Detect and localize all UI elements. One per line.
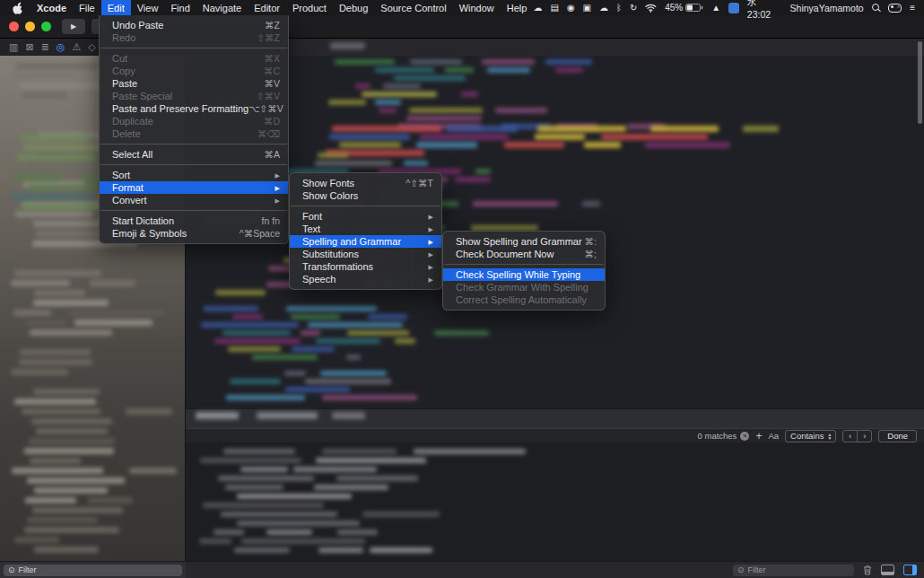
cloud-download-icon[interactable]: ☁: [599, 4, 608, 13]
menu-item[interactable]: Speech ▶: [290, 273, 441, 285]
menubar-status-area: ☁ ▤ ◉ ▣ ☁ ᛒ ↻ 45% ▲ 水 23:02 ShinyaYamamo…: [533, 0, 924, 20]
menu-item[interactable]: Show Colors: [290, 189, 441, 202]
menubar-clock[interactable]: 水 23:02: [747, 0, 782, 20]
menu-item-label: Copy: [112, 66, 135, 76]
match-case-button[interactable]: Aa: [768, 431, 779, 441]
notes-icon[interactable]: ▤: [550, 4, 558, 13]
menu-item-label: Delete: [112, 128, 141, 139]
spotlight-search-icon[interactable]: [872, 4, 881, 13]
menu-item-shortcut: ▶: [275, 197, 280, 204]
menu-item[interactable]: Redo ⇧⌘Z: [100, 31, 288, 44]
menu-item-shortcut: ⌥⇧⌘V: [248, 103, 283, 114]
menu-item-shortcut: ▶: [429, 276, 433, 283]
menubar-item[interactable]: View: [131, 0, 165, 15]
add-search-criteria-button[interactable]: +: [755, 430, 762, 442]
navigator-filter-bar: ⊙ Filter: [0, 561, 186, 578]
cloud-icon[interactable]: ☁: [533, 4, 542, 13]
control-center-icon[interactable]: [888, 4, 902, 13]
menu-item[interactable]: Duplicate ⌘D: [100, 115, 288, 127]
menubar-item[interactable]: Debug: [333, 0, 374, 15]
menubar-item[interactable]: Navigate: [196, 0, 248, 15]
fast-user-switch-label[interactable]: ShinyaYamamoto: [790, 3, 864, 13]
menu-item[interactable]: Paste ⌘V: [100, 77, 288, 90]
notification-center-icon[interactable]: ≡: [910, 4, 915, 13]
eject-icon[interactable]: ▲: [711, 4, 720, 13]
menu-item[interactable]: Convert ▶: [100, 194, 288, 206]
menu-item[interactable]: Show Fonts ^⇧⌘T: [290, 177, 441, 189]
console-filter-field[interactable]: ⊙ Filter: [733, 565, 854, 576]
battery-indicator[interactable]: 45%: [665, 3, 703, 13]
menu-item[interactable]: Text ▶: [290, 223, 441, 235]
menu-item[interactable]: Paste Special ⇧⌘V: [100, 90, 288, 102]
menu-item-shortcut: ▶: [275, 184, 280, 191]
menu-item[interactable]: Emoji & Symbols ^⌘Space: [100, 227, 288, 240]
minimize-window-button[interactable]: [25, 22, 35, 31]
wifi-icon[interactable]: [645, 4, 657, 13]
menubar-item[interactable]: Window: [453, 0, 501, 15]
previous-match-button[interactable]: ‹: [842, 430, 858, 442]
menu-item-shortcut: ⌘X: [264, 53, 280, 64]
menu-item[interactable]: Show Spelling and Grammar ⌘:: [443, 235, 605, 248]
menu-item-label: Convert: [112, 195, 147, 206]
menubar-item[interactable]: Help: [501, 0, 534, 15]
toggle-console-pane-icon[interactable]: [881, 565, 894, 575]
menu-item-label: Format: [112, 182, 144, 193]
menu-item[interactable]: Format ▶: [100, 181, 288, 194]
next-match-button[interactable]: ›: [857, 430, 872, 442]
bluetooth-icon[interactable]: ᛒ: [616, 4, 622, 13]
menu-item[interactable]: Sort ▶: [100, 169, 288, 181]
apple-logo-icon: [13, 2, 23, 14]
input-source-icon[interactable]: [728, 3, 739, 13]
done-button[interactable]: Done: [878, 430, 917, 442]
menubar-item[interactable]: File: [73, 0, 101, 15]
menu-item-label: Check Grammar With Spelling: [456, 282, 588, 293]
menu-item[interactable]: Font ▶: [290, 210, 441, 223]
menu-item[interactable]: Check Document Now ⌘;: [443, 248, 605, 260]
dropdown-arrows-icon: ▴▾: [829, 433, 832, 440]
menubar-item[interactable]: Source Control: [374, 0, 452, 15]
editor-tab-bar: [186, 39, 924, 57]
menu-item[interactable]: Substitutions ▶: [290, 248, 441, 260]
sync-icon[interactable]: ↻: [630, 4, 637, 13]
menu-item-label: Substitutions: [302, 249, 359, 259]
apple-menu[interactable]: [5, 0, 31, 15]
screen-record-icon[interactable]: ◉: [567, 4, 575, 13]
menubar-item[interactable]: Xcode: [31, 0, 73, 15]
submenu-arrow-icon: ▶: [429, 276, 433, 284]
menu-item-label: Show Colors: [302, 190, 358, 201]
camera-icon[interactable]: ▣: [583, 4, 591, 13]
menu-item[interactable]: Start Dictation fn fn: [100, 215, 288, 227]
menu-item[interactable]: Paste and Preserve Formatting ⌥⇧⌘V: [100, 102, 288, 115]
clear-search-icon[interactable]: ✕: [740, 432, 749, 441]
menubar-item[interactable]: Find: [164, 0, 196, 15]
menu-item[interactable]: Spelling and Grammar ▶: [290, 235, 441, 248]
menubar-item[interactable]: Editor: [248, 0, 286, 15]
menubar-item[interactable]: Product: [286, 0, 333, 15]
menu-item[interactable]: Cut ⌘X: [100, 52, 288, 65]
match-style-dropdown[interactable]: Contains ▴▾: [785, 430, 836, 442]
trash-icon[interactable]: [863, 565, 872, 575]
source-control-navigator[interactable]: ⊠: [25, 41, 33, 53]
navigator-filter-field[interactable]: ⊙ Filter: [4, 565, 182, 576]
run-button[interactable]: ▶: [62, 19, 85, 34]
project-navigator[interactable]: ▥: [9, 41, 18, 53]
menu-item[interactable]: Check Grammar With Spelling: [443, 281, 605, 293]
menu-item[interactable]: Check Spelling While Typing: [443, 268, 605, 281]
menu-item[interactable]: Delete ⌘⌫: [100, 127, 288, 140]
menu-item[interactable]: Select All ⌘A: [100, 148, 288, 161]
menubar-item[interactable]: Edit: [101, 0, 131, 15]
zoom-window-button[interactable]: [41, 22, 51, 31]
test-navigator[interactable]: ◇: [88, 41, 95, 53]
symbol-navigator[interactable]: ≣: [41, 41, 49, 53]
menu-item[interactable]: Correct Spelling Automatically: [443, 293, 605, 306]
menu-item[interactable]: Undo Paste ⌘Z: [100, 19, 288, 31]
menu-item[interactable]: Copy ⌘C: [100, 65, 288, 77]
menu-item-label: Paste Special: [112, 91, 172, 101]
find-navigator[interactable]: ◎: [57, 41, 65, 53]
vertical-scrollbar-thumb[interactable]: [918, 41, 922, 124]
edit-menu: Undo Paste ⌘Z Redo ⇧⌘Z Cut ⌘X Copy ⌘C Pa…: [99, 15, 289, 244]
close-window-button[interactable]: [9, 22, 19, 31]
menu-item[interactable]: Transformations ▶: [290, 260, 441, 273]
toggle-inspector-pane-icon[interactable]: [903, 565, 917, 575]
issue-navigator[interactable]: ⚠: [72, 41, 81, 53]
